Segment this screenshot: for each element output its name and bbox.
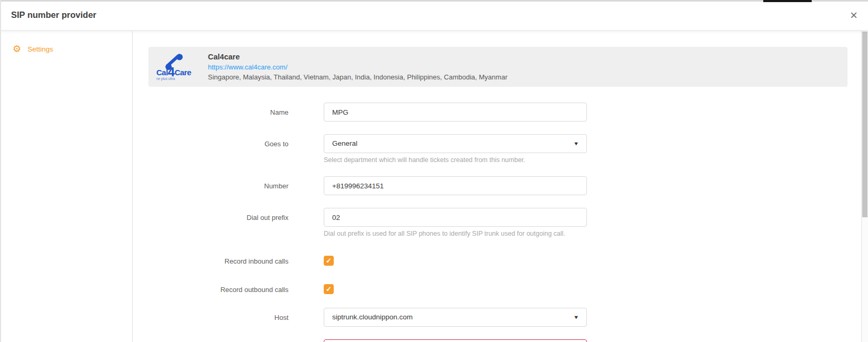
form-row-error xyxy=(148,339,861,342)
number-input[interactable] xyxy=(324,176,587,195)
close-icon[interactable]: × xyxy=(846,9,861,22)
form-row-dial-out-prefix: Dial out prefix Dial out prefix is used … xyxy=(148,208,861,238)
window-left-edge xyxy=(0,0,1,342)
sip-provider-form: Name Goes to General ▼ Select department… xyxy=(148,103,861,342)
modal-title: SIP number provider xyxy=(11,10,96,20)
form-row-goes-to: Goes to General ▼ Select department whic… xyxy=(148,134,861,164)
goes-to-label: Goes to xyxy=(148,134,288,148)
dial-out-prefix-label: Dial out prefix xyxy=(148,208,288,222)
form-row-record-inbound: Record inbound calls ✓ xyxy=(148,256,861,266)
record-inbound-checkbox[interactable]: ✓ xyxy=(324,256,334,266)
scrollbar[interactable] xyxy=(861,31,868,342)
record-outbound-checkbox[interactable]: ✓ xyxy=(324,284,334,294)
error-field-label xyxy=(148,339,288,342)
modal-header: SIP number provider × xyxy=(0,0,868,31)
check-icon: ✓ xyxy=(326,285,332,293)
goes-to-helper-text: Select department which will handle tick… xyxy=(324,156,587,164)
name-label: Name xyxy=(148,103,288,116)
provider-logo: Cal4Care ne plus ultra xyxy=(154,54,193,81)
goes-to-select[interactable]: General ▼ xyxy=(324,134,587,153)
host-select[interactable]: siptrunk.cloudnippon.com ▼ xyxy=(324,308,587,327)
dial-out-prefix-helper-text: Dial out prefix is used for all SIP phon… xyxy=(324,230,587,238)
host-label: Host xyxy=(148,308,288,321)
chevron-down-icon: ▼ xyxy=(573,142,579,146)
provider-link[interactable]: https://www.cal4care.com/ xyxy=(208,63,507,71)
sidebar-item-settings[interactable]: ⚙ Settings xyxy=(0,31,132,54)
sidebar-item-label: Settings xyxy=(27,45,53,53)
check-icon: ✓ xyxy=(326,257,332,265)
invalid-input-field[interactable] xyxy=(324,339,587,342)
host-selected-value: siptrunk.cloudnippon.com xyxy=(332,313,413,321)
chevron-down-icon: ▼ xyxy=(573,315,579,320)
sidebar: ⚙ Settings xyxy=(0,31,133,342)
number-label: Number xyxy=(148,176,288,190)
top-overlay-bar xyxy=(763,0,812,2)
content-panel: Cal4Care ne plus ultra Cal4care https://… xyxy=(133,31,861,342)
provider-logo-wordmark: Cal4Care xyxy=(154,68,193,76)
form-row-host: Host siptrunk.cloudnippon.com ▼ xyxy=(148,308,861,327)
window-top-edge xyxy=(0,0,868,2)
provider-name: Cal4care xyxy=(208,53,507,61)
scrollbar-thumb[interactable] xyxy=(862,32,867,217)
provider-logo-tagline: ne plus ultra xyxy=(154,77,193,81)
record-inbound-label: Record inbound calls xyxy=(148,256,288,265)
form-row-number: Number xyxy=(148,176,861,195)
form-row-name: Name xyxy=(148,103,861,122)
record-outbound-label: Record outbound calls xyxy=(148,284,288,294)
dial-out-prefix-input[interactable] xyxy=(324,208,587,227)
form-row-record-outbound: Record outbound calls ✓ xyxy=(148,284,861,294)
provider-card: Cal4Care ne plus ultra Cal4care https://… xyxy=(148,47,847,87)
gear-icon: ⚙ xyxy=(13,44,21,54)
name-input[interactable] xyxy=(324,103,587,122)
provider-info: Cal4care https://www.cal4care.com/ Singa… xyxy=(208,53,507,81)
provider-countries: Singapore, Malaysia, Thailand, Vietnam, … xyxy=(208,73,507,81)
goes-to-selected-value: General xyxy=(332,139,357,147)
